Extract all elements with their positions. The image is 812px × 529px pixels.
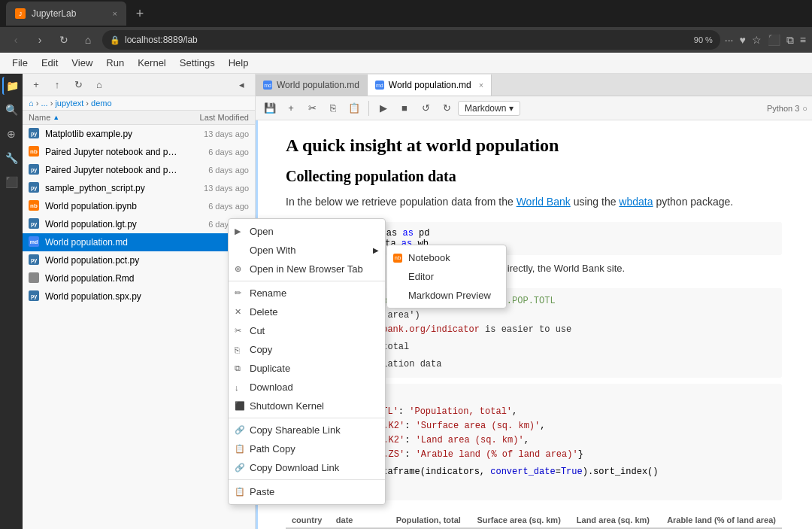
cm-open[interactable]: ▶ Open [229,222,385,241]
cm-divider-3 [229,479,385,480]
cm-paste[interactable]: 📋 Paste [229,482,385,501]
paste-icon: 📋 [235,487,245,497]
download-link-icon: 🔗 [235,463,245,473]
cm-copy-download-link[interactable]: 🔗 Copy Download Link [229,458,385,477]
cut-icon: ✂ [235,326,241,336]
path-icon: 📋 [235,444,245,454]
cm-rename[interactable]: ✏ Rename [229,284,385,303]
cm-divider-1 [229,281,385,281]
cm-open-new-tab[interactable]: ⊕ Open in New Browser Tab [229,260,385,278]
cm-copy-shareable-link[interactable]: 🔗 Copy Shareable Link [229,421,385,439]
duplicate-icon: ⧉ [235,363,241,373]
cm-duplicate[interactable]: ⧉ Duplicate [229,359,385,378]
cm-cut[interactable]: ✂ Cut [229,321,385,340]
cm-divider-2 [229,418,385,418]
cm-delete[interactable]: ✕ Delete [229,303,385,321]
context-menu-overlay[interactable]: ▶ Open Open With nb Notebook Editor Mark… [0,0,812,529]
cm-copy[interactable]: ⎘ Copy [229,340,385,359]
link-icon: 🔗 [235,425,245,435]
submenu-editor[interactable]: Editor [387,267,506,286]
shutdown-icon: ⬛ [235,401,245,411]
cm-path-copy[interactable]: 📋 Path Copy [229,439,385,458]
submenu-open-with: nb Notebook Editor Markdown Preview [386,245,507,309]
submenu-markdown-preview[interactable]: Markdown Preview [387,286,506,305]
open-icon: ▶ [235,226,241,236]
copy-icon: ⎘ [235,345,240,354]
submenu-notebook[interactable]: nb Notebook [387,248,506,267]
delete-icon: ✕ [235,307,241,317]
cm-open-with[interactable]: Open With nb Notebook Editor Markdown Pr… [229,241,385,260]
download-icon: ↓ [235,383,239,392]
notebook-icon: nb [393,254,402,263]
context-menu: ▶ Open Open With nb Notebook Editor Mark… [228,218,386,505]
open-new-tab-icon: ⊕ [235,264,241,274]
cm-download[interactable]: ↓ Download [229,378,385,397]
cm-shutdown-kernel[interactable]: ⬛ Shutdown Kernel [229,397,385,415]
rename-icon: ✏ [235,288,241,298]
